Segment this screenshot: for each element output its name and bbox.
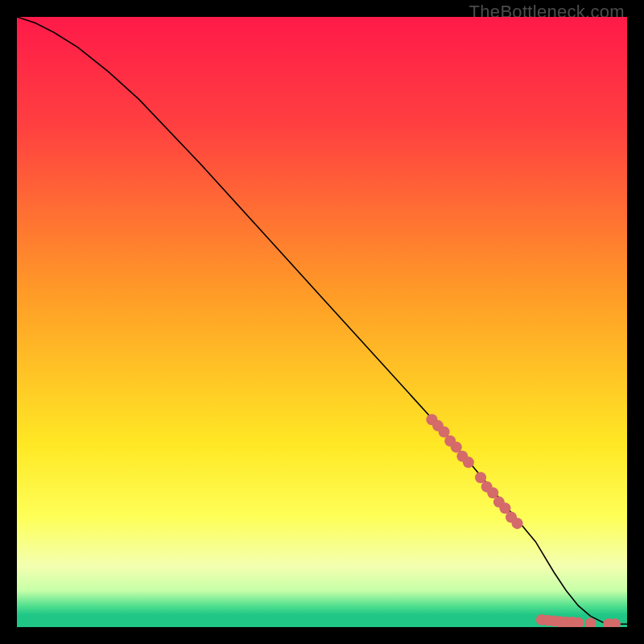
data-marker [451, 441, 462, 452]
data-marker [463, 456, 474, 468]
data-marker [475, 472, 486, 483]
data-marker [439, 426, 450, 437]
chart-svg [17, 17, 627, 627]
data-marker [512, 518, 523, 529]
data-marker [499, 502, 510, 514]
chart-background [17, 17, 627, 627]
data-marker [487, 487, 498, 498]
chart-frame [17, 17, 627, 627]
